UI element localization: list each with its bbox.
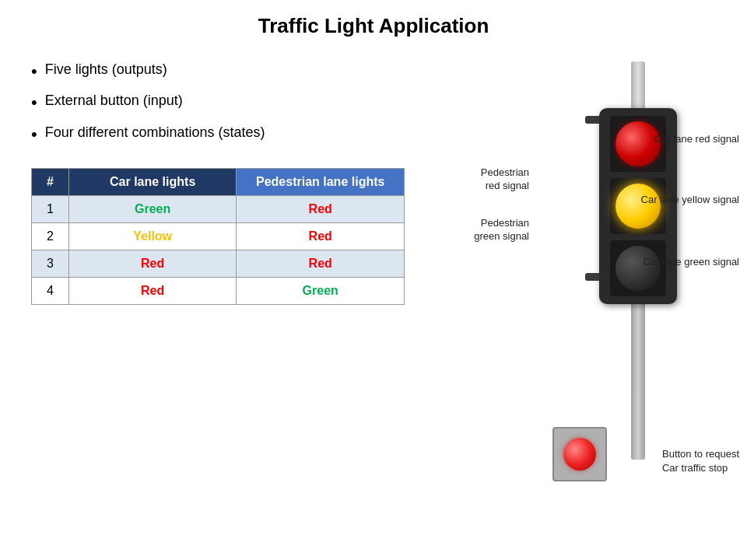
right-panel: Car lane red signal Car lane yellow sign… [405,46,747,528]
bullet-item-2: External button (input) [31,93,405,113]
cell-car: Red [68,250,237,278]
cell-num: 2 [32,223,69,250]
cell-car: Yellow [68,223,237,250]
ped-light-value: Red [309,257,332,270]
cell-car: Green [68,196,237,223]
ped-light-value: Green [303,284,338,297]
table-row: 1GreenRed [32,196,405,223]
car-light-value: Red [141,257,164,270]
cell-ped: Green [237,278,405,305]
request-button-circle [563,438,596,471]
pole-bottom [631,304,645,460]
ped-light-value: Red [309,229,332,243]
ped-light-value: Red [309,202,332,215]
cell-ped: Red [237,196,405,223]
table-row: 2YellowRed [32,223,405,250]
page-title: Traffic Light Application [0,0,747,46]
table-row: 4RedGreen [32,278,405,305]
request-button-box[interactable] [552,427,607,481]
car-light-value: Green [135,202,170,215]
col-header-ped: Pedestrian lane lights [237,169,405,196]
pole-top [631,61,645,108]
col-header-car: Car lane lights [68,169,237,196]
cell-num: 3 [32,250,69,278]
car-green-label: Car lane green signal [643,256,739,269]
states-table: # Car lane lights Pedestrian lane lights… [31,168,405,305]
cell-ped: Red [237,250,405,278]
button-label: Button to requestCar traffic stop [662,447,739,475]
col-header-num: # [32,169,69,196]
cell-num: 1 [32,196,69,223]
car-light-value: Red [141,284,164,297]
ped-green-label: Pedestriangreen signal [474,217,529,243]
bullet-list: Five lights (outputs) External button (i… [31,61,405,145]
car-light-value: Yellow [133,229,172,243]
bullet-item-1: Five lights (outputs) [31,61,405,82]
cell-ped: Red [237,223,405,250]
table-row: 3RedRed [32,250,405,278]
cell-num: 4 [32,278,69,305]
cell-car: Red [68,278,237,305]
ped-red-label: Pedestrianred signal [481,166,529,193]
left-panel: Five lights (outputs) External button (i… [0,46,405,559]
car-yellow-label: Car lane yellow signal [641,194,739,207]
car-red-label: Car lane red signal [654,133,739,146]
bullet-item-3: Four different combinations (states) [31,124,405,145]
